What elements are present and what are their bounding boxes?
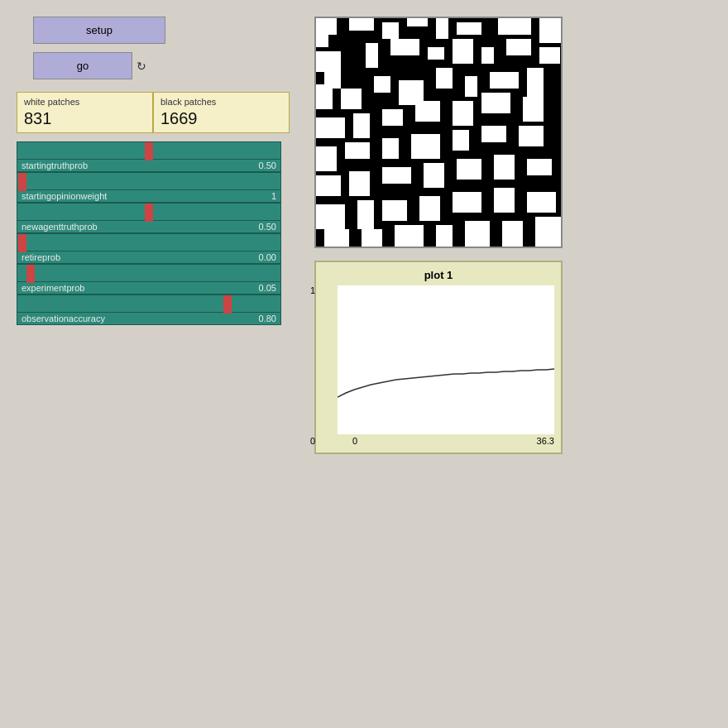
svg-rect-31 xyxy=(453,101,473,126)
slider-thumb-experimentprob[interactable] xyxy=(26,265,35,283)
slider-observationaccuracy[interactable]: observationaccuracy0.80 xyxy=(17,295,281,325)
svg-rect-48 xyxy=(316,204,345,229)
slider-thumb-observationaccuracy[interactable] xyxy=(223,295,232,314)
svg-rect-34 xyxy=(316,146,337,171)
svg-rect-8 xyxy=(498,18,531,35)
plot-wrapper: 1 0 0 36.3 xyxy=(323,285,554,446)
svg-rect-61 xyxy=(535,217,563,248)
svg-rect-20 xyxy=(341,89,362,109)
svg-rect-59 xyxy=(465,221,490,248)
svg-rect-23 xyxy=(436,68,453,89)
svg-rect-65 xyxy=(419,143,428,146)
slider-track-startingopinionweight[interactable] xyxy=(17,172,281,190)
slider-track-observationaccuracy[interactable] xyxy=(17,295,281,313)
slider-retireprob[interactable]: retireprob0.00 xyxy=(17,233,281,264)
slider-track-experimentprob[interactable] xyxy=(17,264,281,282)
svg-rect-40 xyxy=(519,126,544,146)
svg-rect-32 xyxy=(481,93,510,113)
go-button[interactable]: go xyxy=(33,52,132,79)
slider-name-startingtruthprob: startingtruthprob xyxy=(22,160,88,170)
slider-value-observationaccuracy: 0.80 xyxy=(259,314,276,323)
svg-rect-54 xyxy=(527,192,556,213)
slider-value-startingopinionweight: 1 xyxy=(271,191,276,201)
svg-rect-60 xyxy=(502,221,523,248)
svg-rect-26 xyxy=(527,68,544,97)
svg-rect-7 xyxy=(457,22,481,35)
svg-rect-28 xyxy=(353,113,370,138)
svg-rect-37 xyxy=(411,134,440,159)
svg-rect-41 xyxy=(316,175,341,196)
monitors-row: white patches 831 black patches 1669 xyxy=(17,92,298,133)
plot-y-labels: 1 0 xyxy=(310,285,315,446)
svg-rect-15 xyxy=(453,39,473,64)
svg-rect-56 xyxy=(362,229,382,248)
white-patches-label: white patches xyxy=(24,97,146,107)
world-canvas xyxy=(314,17,563,248)
slider-newagenttruthprob[interactable]: newagenttruthprob0.50 xyxy=(17,203,281,233)
plot-x-max: 36.3 xyxy=(537,436,554,446)
slider-thumb-newagenttruthprob[interactable] xyxy=(145,204,153,222)
svg-rect-44 xyxy=(424,163,444,188)
svg-rect-27 xyxy=(316,117,345,138)
slider-startingtruthprob[interactable]: startingtruthprob0.50 xyxy=(17,141,281,172)
slider-track-startingtruthprob[interactable] xyxy=(17,141,281,160)
svg-rect-39 xyxy=(481,126,506,142)
svg-rect-19 xyxy=(316,84,333,109)
svg-rect-1 xyxy=(316,18,337,35)
svg-rect-21 xyxy=(374,76,390,93)
plot-x-labels: 0 36.3 xyxy=(338,436,554,446)
slider-experimentprob[interactable]: experimentprob0.05 xyxy=(17,264,281,295)
svg-rect-38 xyxy=(453,130,469,151)
slider-startingopinionweight[interactable]: startingopinionweight1 xyxy=(17,172,281,203)
plot-container: plot 1 1 0 0 36.3 xyxy=(314,261,563,454)
black-patches-label: black patches xyxy=(160,97,282,107)
svg-rect-25 xyxy=(490,72,519,89)
white-patches-monitor: white patches 831 xyxy=(17,92,153,133)
slider-thumb-startingtruthprob[interactable] xyxy=(145,142,153,160)
slider-name-experimentprob: experimentprob xyxy=(22,283,84,293)
setup-button[interactable]: setup xyxy=(33,17,165,44)
slider-label-retireprob: retireprob0.00 xyxy=(17,251,281,264)
plot-y-min: 0 xyxy=(310,436,315,446)
svg-rect-5 xyxy=(407,18,428,26)
svg-rect-10 xyxy=(316,51,341,72)
plot-title: plot 1 xyxy=(323,269,554,281)
refresh-icon: ↻ xyxy=(136,60,146,73)
slider-track-retireprob[interactable] xyxy=(17,233,281,251)
svg-rect-55 xyxy=(324,229,349,248)
slider-value-startingtruthprob: 0.50 xyxy=(259,160,276,170)
svg-rect-9 xyxy=(539,18,563,43)
slider-thumb-retireprob[interactable] xyxy=(18,234,26,252)
slider-track-newagenttruthprob[interactable] xyxy=(17,203,281,221)
slider-label-observationaccuracy: observationaccuracy0.80 xyxy=(17,313,281,325)
plot-x-min: 0 xyxy=(352,436,357,446)
svg-rect-66 xyxy=(338,285,554,434)
slider-value-experimentprob: 0.05 xyxy=(259,283,276,293)
svg-rect-52 xyxy=(453,192,481,213)
black-patches-monitor: black patches 1669 xyxy=(153,92,290,133)
svg-rect-46 xyxy=(494,155,515,180)
svg-rect-58 xyxy=(436,225,453,248)
slider-name-retireprob: retireprob xyxy=(22,252,60,262)
svg-rect-42 xyxy=(349,171,370,196)
svg-rect-35 xyxy=(345,142,370,159)
white-patches-value: 831 xyxy=(24,109,146,128)
svg-rect-13 xyxy=(390,39,419,55)
plot-y-max: 1 xyxy=(310,285,315,295)
slider-value-newagenttruthprob: 0.50 xyxy=(259,222,276,232)
svg-rect-57 xyxy=(395,225,424,248)
slider-label-experimentprob: experimentprob0.05 xyxy=(17,282,281,295)
slider-name-observationaccuracy: observationaccuracy xyxy=(22,314,105,323)
svg-rect-33 xyxy=(523,97,544,122)
svg-rect-50 xyxy=(382,200,407,221)
slider-thumb-startingopinionweight[interactable] xyxy=(18,173,26,191)
svg-rect-47 xyxy=(527,159,552,175)
slider-name-startingopinionweight: startingopinionweight xyxy=(22,191,107,201)
svg-rect-43 xyxy=(382,167,411,184)
svg-rect-53 xyxy=(494,188,515,213)
svg-rect-24 xyxy=(465,76,477,97)
svg-rect-45 xyxy=(457,159,481,180)
svg-rect-16 xyxy=(481,47,494,64)
plot-area xyxy=(338,285,554,434)
slider-name-newagenttruthprob: newagenttruthprob xyxy=(22,222,98,232)
